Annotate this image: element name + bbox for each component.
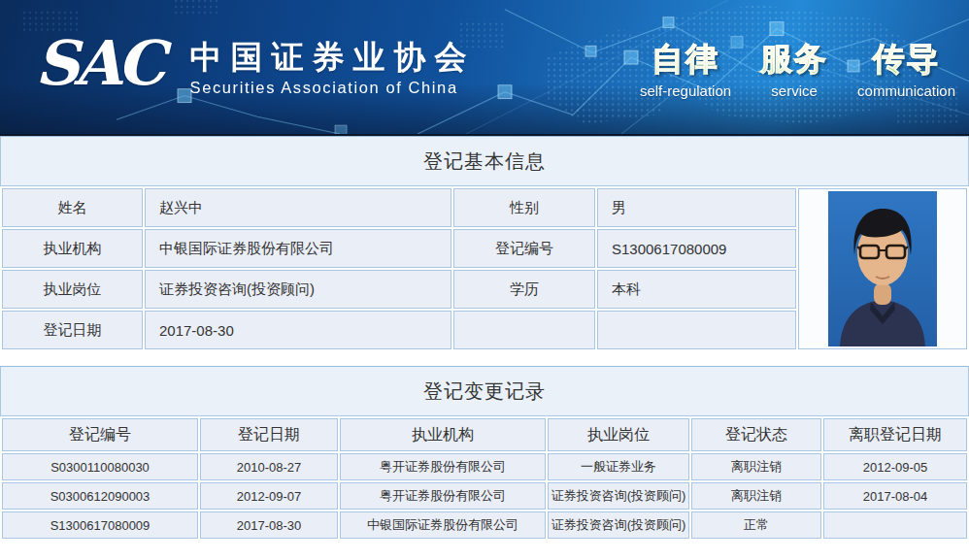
table-row: S1300617080009 2017-08-30 中银国际证券股份有限公司 证… <box>2 511 967 539</box>
slogan-en: communication <box>857 82 955 99</box>
cell-departure-date <box>823 511 967 539</box>
field-value-position: 证券投资咨询(投资顾问) <box>145 270 451 309</box>
field-value-reg-number: S1300617080009 <box>597 229 796 268</box>
cell-employer: 粤开证券股份有限公司 <box>340 482 546 510</box>
field-value-empty <box>597 311 796 349</box>
basic-info-table: 姓名 赵兴中 性别 男 <box>0 186 969 351</box>
cell-reg-date: 2012-09-07 <box>200 482 338 510</box>
cell-employer: 粤开证券股份有限公司 <box>340 453 546 480</box>
field-label-reg-number: 登记编号 <box>453 229 595 268</box>
col-header-reg-number: 登记编号 <box>2 418 198 451</box>
org-name-en: Securities Association of China <box>190 79 476 97</box>
field-value-name: 赵兴中 <box>145 188 451 227</box>
cell-status: 离职注销 <box>691 453 821 480</box>
photo-cell <box>798 188 967 349</box>
cell-employer: 中银国际证券股份有限公司 <box>340 511 546 539</box>
field-label-employer: 执业机构 <box>2 229 143 268</box>
basic-info-section: 登记基本信息 姓名 赵兴中 性别 男 <box>0 136 969 351</box>
table-header-row: 登记编号 登记日期 执业机构 执业岗位 登记状态 离职登记日期 <box>2 418 967 451</box>
slogan-self-regulation: 自律 self-regulation <box>640 41 731 99</box>
cell-reg-number: S0300110080030 <box>2 453 198 480</box>
field-label-empty <box>453 311 595 349</box>
banner-content: SAC 中国证券业协会 Securities Association of Ch… <box>0 0 969 134</box>
field-label-position: 执业岗位 <box>2 270 143 309</box>
field-label-name: 姓名 <box>2 188 143 227</box>
cell-status: 正常 <box>691 511 821 539</box>
field-label-gender: 性别 <box>453 188 595 227</box>
cell-status: 离职注销 <box>691 482 821 510</box>
site-banner: SAC 中国证券业协会 Securities Association of Ch… <box>0 0 969 136</box>
cell-departure-date: 2012-09-05 <box>823 453 967 480</box>
slogan-communication: 传导 communication <box>857 41 955 99</box>
field-value-gender: 男 <box>597 188 796 227</box>
org-name-zh: 中国证券业协会 <box>190 37 476 77</box>
cell-position: 证券投资咨询(投资顾问) <box>548 482 689 510</box>
field-label-reg-date: 登记日期 <box>2 311 143 349</box>
section-gap <box>0 351 969 366</box>
section-title-change-records: 登记变更记录 <box>0 366 969 416</box>
col-header-departure-date: 离职登记日期 <box>823 418 967 451</box>
field-value-education: 本科 <box>597 270 796 309</box>
slogan-zh: 服务 <box>760 41 828 78</box>
cell-position: 证券投资咨询(投资顾问) <box>548 511 689 539</box>
cell-reg-number: S0300612090003 <box>2 482 198 510</box>
table-row: S0300612090003 2012-09-07 粤开证券股份有限公司 证券投… <box>2 482 967 510</box>
change-records-section: 登记变更记录 登记编号 登记日期 执业机构 执业岗位 登记状态 离职登记日期 S… <box>0 366 969 541</box>
col-header-position: 执业岗位 <box>548 418 689 451</box>
field-value-reg-date: 2017-08-30 <box>145 311 451 349</box>
org-name-block: 中国证券业协会 Securities Association of China <box>190 37 476 96</box>
table-row: S0300110080030 2010-08-27 粤开证券股份有限公司 一般证… <box>2 453 967 480</box>
slogan-service: 服务 service <box>760 41 828 99</box>
slogan-en: self-regulation <box>640 82 731 99</box>
cell-position: 一般证券业务 <box>548 453 689 480</box>
col-header-reg-date: 登记日期 <box>200 418 338 451</box>
field-value-employer: 中银国际证券股份有限公司 <box>145 229 451 268</box>
sac-logo: SAC <box>35 33 161 94</box>
col-header-status: 登记状态 <box>691 418 821 451</box>
slogan-zh: 传导 <box>873 41 941 78</box>
id-portrait-photo <box>828 191 937 346</box>
field-label-education: 学历 <box>453 270 595 309</box>
cell-reg-date: 2017-08-30 <box>200 511 338 539</box>
banner-slogans: 自律 self-regulation 服务 service 传导 communi… <box>640 41 955 99</box>
table-row: 姓名 赵兴中 性别 男 <box>2 188 967 227</box>
slogan-en: service <box>771 82 818 99</box>
cell-reg-number: S1300617080009 <box>2 511 198 539</box>
cell-departure-date: 2017-08-04 <box>823 482 967 510</box>
cell-reg-date: 2010-08-27 <box>200 453 338 480</box>
change-records-table: 登记编号 登记日期 执业机构 执业岗位 登记状态 离职登记日期 S0300110… <box>0 416 969 541</box>
section-title-basic-info: 登记基本信息 <box>0 136 969 186</box>
col-header-employer: 执业机构 <box>340 418 546 451</box>
page: SAC 中国证券业协会 Securities Association of Ch… <box>0 0 969 560</box>
slogan-zh: 自律 <box>652 41 719 78</box>
